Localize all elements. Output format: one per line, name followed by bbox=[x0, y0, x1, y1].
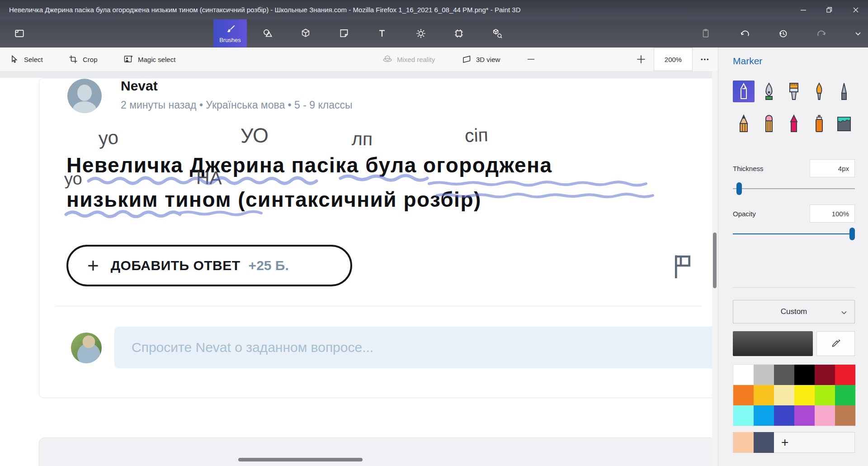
close-button[interactable] bbox=[845, 0, 866, 19]
minimize-button[interactable] bbox=[793, 0, 814, 19]
palette-swatch[interactable] bbox=[733, 365, 754, 385]
opacity-slider-track[interactable] bbox=[733, 233, 855, 234]
eyedropper-button[interactable] bbox=[816, 331, 855, 356]
thickness-slider-track[interactable] bbox=[733, 188, 855, 189]
palette-swatch[interactable] bbox=[794, 385, 815, 405]
chevron-down-icon bbox=[840, 309, 848, 317]
palette-swatch[interactable] bbox=[754, 365, 774, 385]
palette-swatch[interactable] bbox=[835, 365, 855, 385]
redo-icon[interactable] bbox=[815, 27, 828, 40]
text-icon[interactable] bbox=[375, 27, 389, 40]
palette-swatch[interactable] bbox=[815, 365, 835, 385]
thickness-row: Thickness 4px bbox=[733, 159, 855, 177]
opacity-field[interactable]: 100% bbox=[810, 204, 855, 223]
brush-pixel-pen[interactable] bbox=[833, 81, 855, 102]
add-color-button[interactable]: + bbox=[781, 435, 788, 450]
tab-brushes[interactable]: Brushes bbox=[213, 19, 247, 48]
brush-spray-can[interactable] bbox=[808, 113, 830, 134]
3d-view-tool[interactable]: 3D view bbox=[461, 48, 500, 71]
stickers-icon[interactable] bbox=[337, 27, 351, 40]
paste-icon[interactable] bbox=[699, 27, 712, 40]
oil-brush-icon bbox=[786, 82, 802, 100]
add-answer-label: ДОБАВИТЬ ОТВЕТ bbox=[111, 258, 241, 273]
palette-swatch[interactable] bbox=[794, 365, 815, 385]
marker-panel: Marker bbox=[718, 48, 868, 466]
select-label: Select bbox=[24, 56, 43, 63]
3d-library-icon[interactable] bbox=[491, 27, 504, 40]
palette-swatch[interactable] bbox=[754, 385, 774, 405]
palette-swatch[interactable] bbox=[794, 405, 815, 426]
crop-tool[interactable]: Crop bbox=[68, 48, 98, 71]
brush-oil[interactable] bbox=[783, 81, 805, 102]
palette-swatch[interactable] bbox=[774, 405, 794, 426]
palette-swatch[interactable] bbox=[835, 405, 855, 426]
undo-icon[interactable] bbox=[738, 27, 752, 40]
crop-icon bbox=[68, 54, 79, 65]
next-section-card bbox=[39, 437, 716, 466]
magic-select-tool[interactable]: Magic select bbox=[123, 48, 175, 71]
palette-swatch[interactable] bbox=[774, 365, 794, 385]
add-answer-button[interactable]: + ДОБАВИТЬ ОТВЕТ +25 Б. bbox=[66, 245, 352, 286]
3d-view-label: 3D view bbox=[476, 56, 500, 63]
brush-marker[interactable] bbox=[733, 81, 755, 102]
palette-swatch[interactable] bbox=[835, 385, 855, 405]
brush-fill[interactable] bbox=[833, 113, 855, 134]
3d-shapes-icon[interactable] bbox=[299, 27, 312, 40]
brush-crayon[interactable] bbox=[783, 113, 805, 134]
palette-swatch[interactable] bbox=[815, 405, 835, 426]
palette-swatch[interactable] bbox=[733, 405, 754, 426]
brush-row-2 bbox=[733, 113, 855, 134]
3d-view-icon bbox=[461, 54, 472, 65]
zoom-out-button[interactable] bbox=[526, 48, 537, 71]
canvas-icon[interactable] bbox=[452, 27, 466, 40]
plus-icon bbox=[635, 53, 647, 65]
brush-calligraphy-pen[interactable] bbox=[758, 81, 780, 102]
thickness-value: 4px bbox=[838, 165, 849, 172]
menu-icon[interactable] bbox=[13, 27, 26, 40]
eraser-icon bbox=[761, 114, 777, 133]
opacity-slider-thumb[interactable] bbox=[849, 228, 855, 240]
color-mode-dropdown[interactable]: Custom bbox=[733, 300, 855, 323]
zoom-level-value: 200% bbox=[665, 56, 682, 63]
thickness-field[interactable]: 4px bbox=[810, 159, 855, 177]
paint3d-window: Невеличка Джерина пасіка була огороджена… bbox=[0, 0, 868, 466]
minus-icon bbox=[526, 54, 537, 65]
brush-pencil[interactable] bbox=[733, 113, 755, 134]
title-bar: Невеличка Джерина пасіка була огороджена… bbox=[0, 0, 868, 19]
zoom-in-button[interactable] bbox=[635, 48, 647, 71]
crop-label: Crop bbox=[83, 56, 98, 63]
palette-swatch[interactable] bbox=[754, 405, 774, 426]
palette-swatch[interactable] bbox=[733, 385, 754, 405]
brush-row-1 bbox=[733, 81, 855, 102]
brush-watercolor[interactable] bbox=[808, 81, 830, 102]
answer-points-badge: +25 Б. bbox=[249, 258, 289, 273]
current-color-gradient[interactable] bbox=[733, 331, 813, 356]
brush-eraser[interactable] bbox=[758, 113, 780, 134]
spray-can-icon bbox=[811, 114, 827, 133]
comment-input[interactable]: Спросите Nevat о заданном вопросе... bbox=[114, 327, 716, 368]
window-title: Невеличка Джерина пасіка була огороджена… bbox=[9, 0, 521, 19]
thickness-slider-thumb[interactable] bbox=[736, 182, 742, 195]
vertical-scrollbar-thumb[interactable] bbox=[713, 233, 717, 288]
palette-swatch[interactable] bbox=[815, 385, 835, 405]
custom-color-swatch[interactable] bbox=[754, 432, 774, 453]
report-flag-icon[interactable] bbox=[672, 253, 693, 280]
restore-button[interactable] bbox=[819, 0, 840, 19]
more-options-button[interactable]: ••• bbox=[701, 48, 710, 71]
effects-icon[interactable] bbox=[414, 27, 428, 40]
watercolor-brush-icon bbox=[811, 82, 827, 100]
select-tool[interactable]: Select bbox=[9, 48, 43, 71]
palette-swatch[interactable] bbox=[774, 385, 794, 405]
drawing-canvas[interactable]: Nevat 2 минуты назад • Українська мова •… bbox=[0, 71, 718, 466]
zoom-level-field[interactable]: 200% bbox=[654, 48, 693, 71]
custom-color-swatch[interactable] bbox=[733, 432, 754, 453]
horizontal-scrollbar-thumb[interactable] bbox=[238, 458, 363, 461]
panel-title: Marker bbox=[733, 56, 762, 67]
chevron-down-icon[interactable] bbox=[851, 27, 865, 40]
marker-icon bbox=[736, 82, 751, 100]
crayon-icon bbox=[786, 114, 802, 133]
history-icon[interactable] bbox=[776, 27, 790, 40]
2d-shapes-icon[interactable] bbox=[261, 27, 274, 40]
divider bbox=[55, 306, 702, 306]
color-mode-value: Custom bbox=[781, 307, 807, 316]
